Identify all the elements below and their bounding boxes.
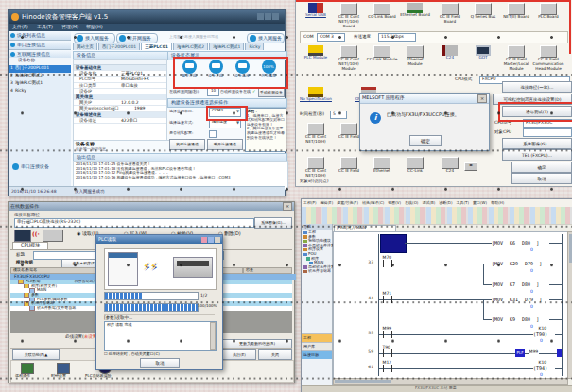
maximize-icon[interactable] — [208, 237, 214, 243]
progress-list[interactable]: 程序 读取 完成 — [104, 321, 217, 351]
module-row5-5[interactable]: C24 — [434, 157, 466, 174]
menu-debug[interactable]: 调试(B) — [422, 201, 435, 206]
device-row-1[interactable]: 1西门子200PLC01 — [9, 65, 71, 73]
nav-tab-project[interactable]: 工程 — [302, 333, 332, 342]
module-ethernet[interactable]: Ethernet Module — [399, 45, 431, 67]
timer-coil[interactable]: T94 — [533, 366, 547, 371]
execute-button[interactable]: 执行(E) — [222, 349, 256, 360]
vertical-scrollbar[interactable] — [567, 231, 572, 379]
board-ethernet[interactable]: Ethernet Board — [399, 3, 431, 18]
menu-view[interactable]: 视图(V) — [388, 201, 401, 206]
module-ccie-cont[interactable]: CC IE Cont NET(/10H) Module — [333, 45, 365, 71]
instruction-mov-1[interactable]: MOVK6D80 — [492, 240, 539, 246]
minimize-icon[interactable] — [201, 237, 207, 243]
contact-symbol[interactable] — [383, 349, 392, 357]
board-plc[interactable]: PLC Board — [532, 3, 564, 20]
col-capacity[interactable]: 容量 — [243, 267, 292, 274]
board-serial-usb[interactable]: Serial USB — [300, 3, 332, 18]
board-cclink[interactable]: CC-Link Board — [366, 3, 398, 20]
sidebar-bottom-item[interactable]: 串口连接设备 — [10, 163, 49, 170]
build-channel-button[interactable]: 构建连接通道 — [169, 139, 205, 150]
contact-symbol[interactable] — [383, 260, 392, 267]
plf-instruction-block[interactable]: PLF — [515, 349, 525, 357]
module-cclink[interactable]: CC-Link Module — [366, 45, 398, 62]
tab-home[interactable]: 网站主页 — [73, 43, 97, 50]
menu-online[interactable]: 在线(O) — [405, 201, 418, 206]
menu-file[interactable]: 文件(F) — [12, 25, 28, 30]
timer-coil[interactable]: T90 — [533, 332, 547, 337]
module-row4-1[interactable]: CC IE Cont NET/10(H) — [300, 123, 332, 145]
module-c24[interactable]: C24 — [434, 45, 466, 60]
device-row-3[interactable]: 3海德PLC测试1 — [9, 80, 71, 88]
toolbar-row-2[interactable] — [302, 215, 572, 225]
com-port-field[interactable]: COM 3 — [317, 33, 345, 42]
close-icon[interactable] — [215, 237, 220, 243]
sidebar-section-devices[interactable]: 设备列表信息 — [9, 31, 71, 41]
scrollbar-thumb[interactable] — [335, 380, 391, 383]
close-button[interactable]: 关闭 — [258, 349, 292, 360]
nav-tab-connection[interactable]: 连接目标 — [302, 350, 332, 359]
menu-compile[interactable]: 转换/编译(C) — [362, 201, 384, 206]
module-row5-1[interactable]: CC IE Cont NET/10(H) — [300, 157, 332, 179]
minimize-button[interactable] — [257, 13, 264, 20]
menu-project[interactable]: 工程(P) — [303, 201, 317, 206]
ok-button[interactable]: 确定 — [511, 162, 572, 173]
related-functions-button[interactable]: 关联功能(F)▲ — [12, 349, 60, 360]
tab-test2[interactable]: 海德PLC测试2 — [173, 43, 208, 50]
horizontal-scrollbar[interactable] — [333, 378, 568, 385]
board-ccie-field[interactable]: CC IE Field Board — [434, 3, 466, 25]
menu-window[interactable]: 窗口(W) — [473, 201, 487, 206]
menu-tools[interactable]: 工具(T) — [37, 25, 53, 30]
plc-read-title-bar[interactable]: PLC读取 — [96, 235, 222, 244]
tel-button[interactable]: TEL (FXCPU)... — [502, 149, 572, 161]
transform-checkbox[interactable] — [209, 130, 217, 138]
time-check-field[interactable]: 5 — [330, 111, 347, 119]
system-image-button[interactable]: 系统图像(G)... — [502, 138, 572, 149]
module-row5-2[interactable]: CC IE Field — [333, 157, 365, 174]
instruction-mov-3[interactable]: MOVK7D80 — [492, 281, 539, 287]
board-net2[interactable]: NET(II) Board — [500, 3, 532, 20]
title-bar[interactable]: Hinode设备管理客户端 v1.5 — [9, 10, 285, 24]
module-row5-4[interactable]: CC-Link — [399, 157, 431, 174]
auto-check-checkbox[interactable]: ✓ — [252, 89, 256, 94]
module-plc[interactable]: PLC Module — [300, 45, 332, 60]
menu-help[interactable]: 帮助(H) — [491, 201, 504, 206]
close-icon[interactable]: × — [477, 94, 487, 103]
connection-route-button[interactable]: 连接路径(一览)... — [502, 81, 572, 93]
instruction-mov-2[interactable]: MOVK29D79 — [492, 261, 542, 266]
baud-field[interactable]: 115.2Kbps — [378, 33, 416, 42]
melsoft-ok-button[interactable]: 确定 — [409, 135, 442, 146]
sidebar-section-serial[interactable]: 串口连接信息 — [9, 41, 71, 50]
tab-mitsubishi[interactable]: 三菱PLC01 — [141, 43, 172, 50]
ladder-cursor-cell[interactable] — [380, 234, 407, 253]
contact-symbol[interactable] — [383, 331, 392, 338]
system-image-button[interactable]: 系统图像(G)... — [254, 217, 292, 229]
auto-close-checkbox[interactable]: ☐ 处理结束时，自动关闭窗口(C) — [104, 352, 160, 357]
nav-item-device-memory[interactable]: 软元件存储器 — [302, 269, 332, 274]
menu-manage[interactable]: 管理(M) — [61, 25, 78, 30]
nav-tab-userlib[interactable]: 用户库 — [302, 342, 332, 350]
device-row-2[interactable]: 2海德PLC测试2 — [9, 73, 71, 80]
melsoft-dialog-title[interactable]: MELSOFT 应用程序 × — [360, 94, 489, 104]
board-qbus[interactable]: Q Series Bus — [467, 3, 499, 20]
ladder-canvas[interactable]: MOVK6D80 0 M70 33 MOVK29D79 0 MOVK7D80 0… — [333, 231, 568, 379]
contact-symbol[interactable] — [383, 296, 392, 303]
module-ccie-master[interactable]: CC IE Field Master/Local Module — [500, 45, 532, 71]
instruction-mov-4[interactable]: MOVK31D79 — [492, 297, 542, 302]
no-specification-item[interactable]: No Specification — [300, 87, 332, 102]
cancel-button[interactable]: 取消 — [511, 173, 572, 184]
menu-diagnostics[interactable]: 诊断(D) — [439, 201, 452, 206]
dialog-title-bar[interactable]: 在线数据操作 × — [9, 202, 294, 211]
module-ccie-head[interactable]: CC IE Field Communication Head Module — [532, 45, 564, 71]
scrollbar-thumb[interactable] — [569, 234, 572, 263]
module-row5-3[interactable]: Ethernet — [366, 157, 398, 174]
instruction-mov-5[interactable]: MOVK9D80 — [492, 316, 539, 322]
menu-find[interactable]: 搜索/替换(F) — [337, 201, 358, 206]
contact-symbol[interactable] — [383, 365, 392, 372]
tab-siemens[interactable]: 西门子200PLC01 — [98, 43, 140, 50]
close-button[interactable] — [272, 13, 279, 20]
tab-ricky[interactable]: Ricky — [245, 43, 264, 50]
menu-tools[interactable]: 工具(T) — [456, 201, 469, 206]
board-ccie-cont[interactable]: CC IE Cont NET(/10H) Board — [333, 3, 365, 28]
module-got[interactable]: GOT — [467, 45, 499, 60]
